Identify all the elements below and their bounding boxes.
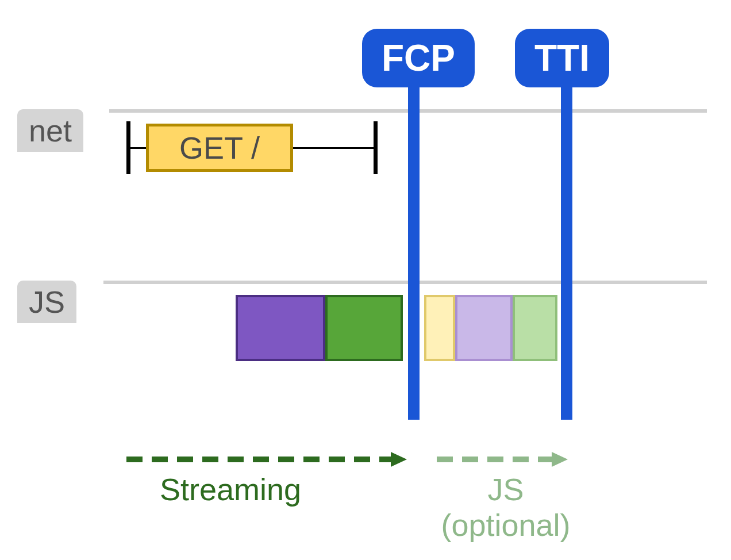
net-tick-end (374, 121, 378, 174)
js-lane-line (103, 281, 707, 284)
rendering-timeline-diagram: net GET / JS FCP TTI Streaming JS (optio… (11, 11, 720, 549)
js-optional-label: JS (optional) (437, 471, 575, 543)
js-block-purple (236, 295, 325, 361)
svg-marker-3 (552, 452, 568, 467)
svg-marker-1 (391, 452, 407, 467)
net-lane-label: net (17, 109, 83, 152)
streaming-arrow (126, 450, 408, 469)
fcp-marker-line (408, 86, 420, 420)
js-optional-label-line2: (optional) (437, 507, 575, 543)
js-lane-label: JS (17, 281, 76, 323)
js-block-green-light (513, 295, 557, 361)
streaming-label: Streaming (160, 471, 301, 507)
js-optional-arrow (437, 450, 569, 469)
tti-marker-badge: TTI (515, 29, 609, 87)
fcp-label: FCP (382, 37, 455, 79)
net-request-label: GET / (179, 130, 260, 166)
net-request-box: GET / (146, 124, 293, 172)
js-block-purple-light (455, 295, 513, 361)
js-block-yellow-light (424, 295, 455, 361)
tti-marker-line (561, 86, 572, 420)
js-block-green (325, 295, 403, 361)
tti-label: TTI (534, 37, 590, 79)
fcp-marker-badge: FCP (362, 29, 475, 87)
js-optional-label-line1: JS (437, 471, 575, 507)
